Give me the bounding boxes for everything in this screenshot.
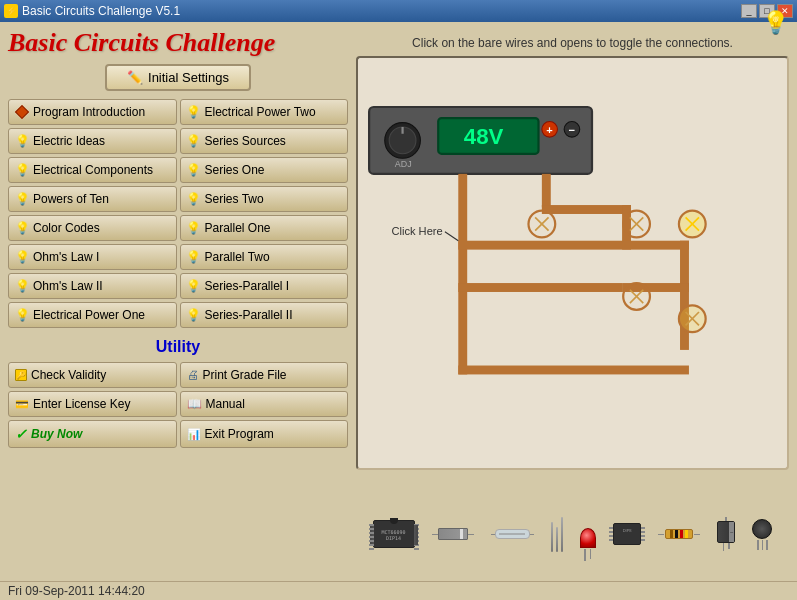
pencil-icon: ✏️ (127, 70, 143, 85)
transistor-component (752, 519, 772, 550)
nav-series-parallel-1[interactable]: 💡 Series-Parallel I (180, 273, 349, 299)
led-component (580, 528, 596, 561)
diamond-icon (15, 105, 29, 119)
key-icon: 🔑 (15, 369, 27, 381)
svg-text:48V: 48V (464, 124, 504, 149)
settings-label: Initial Settings (148, 70, 229, 85)
ic-chip-component: MCT66090DIP14 (373, 520, 415, 548)
nav-electrical-components[interactable]: 💡 Electrical Components (8, 157, 177, 183)
initial-settings-button[interactable]: ✏️ Initial Settings (105, 64, 251, 91)
bulb-icon: 💡 (187, 105, 201, 119)
circuit-hint: Click on the bare wires and opens to tog… (356, 34, 789, 52)
print-grade-file-button[interactable]: 🖨 Print Grade File (180, 362, 349, 388)
check-validity-button[interactable]: 🔑 Check Validity (8, 362, 177, 388)
utility-section: Utility 🔑 Check Validity 🖨 Print Grade F… (8, 338, 348, 448)
bulb-icon: 💡 (187, 279, 201, 293)
fuse-component (491, 529, 534, 539)
book-icon: 📖 (187, 397, 202, 411)
utility-title: Utility (8, 338, 348, 356)
bulb-icon: 💡 (15, 163, 29, 177)
enter-license-key-button[interactable]: 💳 Enter License Key (8, 391, 177, 417)
svg-rect-21 (458, 283, 622, 292)
bulb-icon: 💡 (187, 134, 201, 148)
circuit-area[interactable]: ADJ 48V + − (356, 56, 789, 470)
nav-grid: Program Introduction 💡 Electrical Power … (8, 99, 348, 328)
small-ic-component: DIP8 (613, 523, 641, 545)
bulb-icon: 💡 (187, 192, 201, 206)
nav-parallel-two[interactable]: 💡 Parallel Two (180, 244, 349, 270)
nav-electrical-power-two[interactable]: 💡 Electrical Power Two (180, 99, 349, 125)
nav-series-sources[interactable]: 💡 Series Sources (180, 128, 349, 154)
bulb-icon: 💡 (187, 308, 201, 322)
svg-rect-18 (458, 174, 467, 375)
title-bar: ⚡ Basic Circuits Challenge V5.1 _ □ ✕ (0, 0, 797, 22)
svg-rect-14 (622, 241, 689, 250)
svg-rect-12 (542, 205, 631, 214)
bulb-icon: 💡 (15, 221, 29, 235)
app-title: Basic Circuits Challenge (8, 28, 275, 58)
capacitor-component: − (717, 517, 735, 551)
buy-now-button[interactable]: ✓ Buy Now (8, 420, 177, 448)
exit-icon: 📊 (187, 428, 201, 441)
print-icon: 🖨 (187, 368, 199, 382)
bulb-icon: 💡 (15, 192, 29, 206)
svg-text:Click Here: Click Here (391, 225, 442, 237)
lightbulb-icon: 💡 (762, 10, 789, 36)
svg-rect-20 (458, 241, 622, 250)
nav-ohms-law-2[interactable]: 💡 Ohm's Law II (8, 273, 177, 299)
nav-series-one[interactable]: 💡 Series One (180, 157, 349, 183)
nav-electrical-power-one[interactable]: 💡 Electrical Power One (8, 302, 177, 328)
nav-powers-of-ten[interactable]: 💡 Powers of Ten (8, 186, 177, 212)
minimize-button[interactable]: _ (741, 4, 757, 18)
pins-component (551, 517, 563, 552)
right-panel: 💡 Click on the bare wires and opens to t… (356, 28, 789, 594)
bulb-icon: 💡 (15, 308, 29, 322)
svg-text:ADJ: ADJ (395, 159, 412, 169)
nav-series-two[interactable]: 💡 Series Two (180, 186, 349, 212)
svg-rect-15 (680, 241, 689, 286)
main-content: Basic Circuits Challenge ✏️ Initial Sett… (0, 22, 797, 600)
diode-component (432, 528, 474, 540)
card-icon: 💳 (15, 398, 29, 411)
left-panel: Basic Circuits Challenge ✏️ Initial Sett… (8, 28, 348, 594)
bulb-icon: 💡 (15, 134, 29, 148)
svg-text:−: − (569, 124, 576, 136)
nav-ohms-law-1[interactable]: 💡 Ohm's Law I (8, 244, 177, 270)
svg-line-23 (445, 232, 458, 241)
nav-program-introduction[interactable]: Program Introduction (8, 99, 177, 125)
bulb-icon: 💡 (15, 250, 29, 264)
bulb-icon: 💡 (187, 163, 201, 177)
bulb-icon: 💡 (187, 221, 201, 235)
nav-series-parallel-2[interactable]: 💡 Series-Parallel II (180, 302, 349, 328)
nav-parallel-one[interactable]: 💡 Parallel One (180, 215, 349, 241)
checkmark-icon: ✓ (15, 426, 27, 442)
components-area: MCT66090DIP14 (356, 474, 789, 594)
manual-button[interactable]: 📖 Manual (180, 391, 349, 417)
svg-rect-19 (458, 366, 689, 375)
bulb-icon: 💡 (187, 250, 201, 264)
nav-color-codes[interactable]: 💡 Color Codes (8, 215, 177, 241)
status-bar: Fri 09-Sep-2011 14:44:20 (0, 581, 797, 600)
app-icon: ⚡ (4, 4, 18, 18)
bulb-icon: 💡 (15, 279, 29, 293)
nav-electric-ideas[interactable]: 💡 Electric Ideas (8, 128, 177, 154)
resistor-component (658, 529, 700, 539)
svg-text:+: + (546, 124, 553, 136)
exit-program-button[interactable]: 📊 Exit Program (180, 420, 349, 448)
utility-grid: 🔑 Check Validity 🖨 Print Grade File 💳 En… (8, 362, 348, 448)
window-title: Basic Circuits Challenge V5.1 (22, 4, 180, 18)
datetime-display: Fri 09-Sep-2011 14:44:20 (8, 584, 145, 598)
svg-rect-11 (542, 174, 551, 207)
